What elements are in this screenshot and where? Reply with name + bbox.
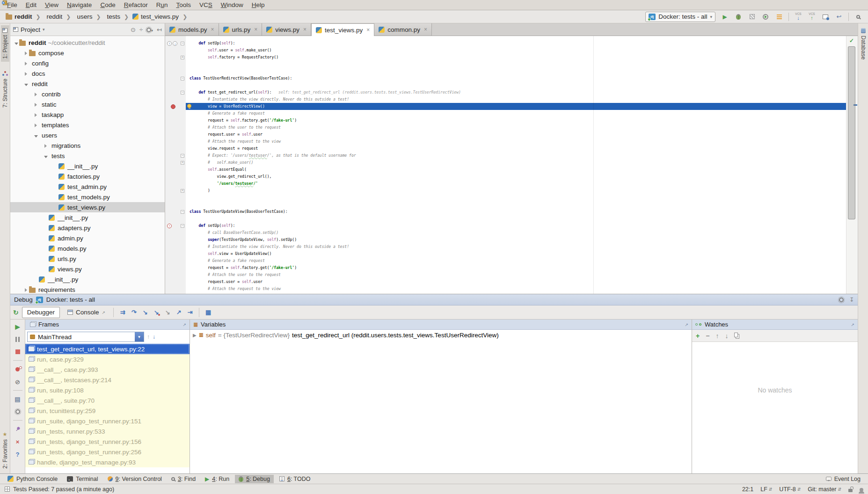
menu-edit[interactable]: Edit <box>22 1 41 8</box>
fold-marker-icon[interactable]: − <box>181 154 184 158</box>
chevron-down-icon[interactable] <box>33 132 39 139</box>
menu-run[interactable]: Run <box>152 1 172 8</box>
tab-views-py[interactable]: views.py× <box>262 23 311 36</box>
tree-item-config[interactable]: config <box>10 58 165 68</box>
chevron-right-icon[interactable] <box>23 50 29 57</box>
status-line-separator[interactable]: LF⇵ <box>760 486 772 493</box>
stack-frame[interactable]: run_tests, django_test_runner.py:156 <box>25 436 190 447</box>
stack-frame[interactable]: run, tcunittest.py:259 <box>25 406 190 416</box>
tree-item-users[interactable]: users <box>10 130 165 140</box>
step-over-icon[interactable]: ↷ <box>128 307 139 318</box>
menu-tools[interactable]: Tools <box>172 1 195 8</box>
chevron-right-icon[interactable] <box>33 122 39 129</box>
tool-stripe-1-project[interactable]: 1: Project <box>1 25 9 62</box>
stack-frame[interactable]: run, case.py:329 <box>25 354 190 364</box>
step-into-my-code-icon[interactable]: ↘ <box>151 307 162 318</box>
breadcrumb-reddit[interactable]: reddit <box>5 13 33 21</box>
chevron-right-icon[interactable] <box>23 70 29 77</box>
menu-vcs[interactable]: VCS <box>195 1 217 8</box>
tree-item-templates[interactable]: templates <box>10 120 165 130</box>
run-to-cursor-icon[interactable]: ⇥ <box>184 307 196 318</box>
tree-item-test-admin-py[interactable]: test_admin.py <box>10 182 165 192</box>
stack-frame[interactable]: run_suite, django_test_runner.py:151 <box>25 416 190 426</box>
pause-icon[interactable] <box>13 335 23 343</box>
search-everywhere-button[interactable] <box>853 12 863 22</box>
menu-help[interactable]: Help <box>248 1 269 8</box>
copy-icon[interactable] <box>734 333 738 337</box>
readonly-lock-icon[interactable] <box>848 486 853 493</box>
locate-icon[interactable]: ⊙ <box>131 26 136 33</box>
menu-refactor[interactable]: Refactor <box>120 1 152 8</box>
tree-item-taskapp[interactable]: taskapp <box>10 109 165 120</box>
tree-item-requirements[interactable]: requirements <box>10 284 165 294</box>
chevron-down-icon[interactable] <box>23 80 29 87</box>
stack-frame[interactable]: __call__, suite.py:70 <box>25 395 190 406</box>
breadcrumb-tests[interactable]: tests <box>104 13 122 21</box>
tree-item-contrib[interactable]: contrib <box>10 89 165 99</box>
tree-item-migrations[interactable]: migrations <box>10 140 165 151</box>
settings-icon[interactable] <box>13 407 23 416</box>
project-tree[interactable]: reddit ~/cookiecutter/redditcomposeconfi… <box>10 36 165 294</box>
toolwindow-button-5-debug[interactable]: 5: Debug <box>235 475 274 483</box>
chevron-right-icon[interactable] <box>33 91 39 98</box>
tree-item-init-py[interactable]: __init__.py <box>10 274 165 284</box>
fold-marker-icon[interactable]: − <box>181 42 184 45</box>
fold-marker-icon[interactable]: ˄ <box>181 189 184 193</box>
breadcrumb-reddit[interactable]: reddit <box>44 13 64 21</box>
stack-frame[interactable]: test_get_redirect_url, test_views.py:22 <box>25 344 190 354</box>
step-out-icon[interactable]: ↗ <box>173 307 184 318</box>
code-pane[interactable]: ↑↓− def setUp(self): self.user = self.ma… <box>165 40 846 294</box>
tree-item-admin-py[interactable]: admin.py <box>10 233 165 243</box>
show-execution-point-icon[interactable]: ⇉ <box>117 307 128 318</box>
tree-item-init-py[interactable]: __init__.py <box>10 161 165 171</box>
overrides-marker-icon[interactable]: ↑ <box>167 224 172 228</box>
fold-marker-icon[interactable]: ˄ <box>181 161 184 165</box>
tree-item-reddit[interactable]: reddit <box>10 79 165 89</box>
fold-marker-icon[interactable]: − <box>181 77 184 80</box>
vcs-update-button[interactable]: VCS↓ <box>793 12 803 22</box>
vcs-history-button[interactable] <box>820 12 831 22</box>
status-git-branch[interactable]: Git: master⇵ <box>808 486 841 493</box>
stack-frame[interactable]: run, suite.py:108 <box>25 385 190 395</box>
evaluate-expression-icon[interactable]: ▦ <box>203 307 214 318</box>
toolwindow-button-3-find[interactable]: 3: Find <box>168 475 199 483</box>
gear-icon[interactable]: ▾ <box>146 26 153 33</box>
thread-selector[interactable]: MainThread ▼ <box>27 332 144 342</box>
tab-models-py[interactable]: models.py× <box>165 23 219 36</box>
tool-stripe-2-favorites[interactable]: ★2: Favorites <box>1 429 9 472</box>
fold-marker-icon[interactable]: − <box>181 224 184 228</box>
project-view-select[interactable]: Project ▾ <box>13 26 45 33</box>
chevron-right-icon[interactable] <box>43 142 49 149</box>
rerun-icon[interactable]: ↻ <box>13 309 19 316</box>
pin-icon[interactable] <box>13 425 23 433</box>
tab-test-views-py[interactable]: test_views.py× <box>311 23 374 36</box>
stack-frame[interactable]: run_tests, django_test_runner.py:256 <box>25 447 190 457</box>
undo-button[interactable]: ↩ <box>834 12 844 22</box>
chevron-right-icon[interactable] <box>23 60 29 67</box>
tree-item-adapters-py[interactable]: adapters.py <box>10 223 165 233</box>
toolwindow-button-event-log[interactable]: Event Log <box>822 475 864 483</box>
status-encoding[interactable]: UTF-8⇵ <box>779 486 801 493</box>
frame-up-icon[interactable]: ↑ <box>147 334 150 340</box>
tree-item-static[interactable]: static <box>10 99 165 109</box>
help-icon[interactable]: ? <box>13 450 23 458</box>
combo-dropdown-button[interactable]: ▼ <box>135 332 144 341</box>
profile-button[interactable] <box>760 12 771 22</box>
run-configuration-select[interactable]: dj Docker: tests - all ▾ <box>645 12 715 22</box>
run-configuration-list-button[interactable] <box>774 12 784 22</box>
tree-item-init-py[interactable]: __init__.py <box>10 212 165 223</box>
toolwindow-button-python-console[interactable]: Python Console <box>4 475 61 483</box>
float-panel-icon[interactable]: ↗ <box>851 322 854 327</box>
hide-panel-icon[interactable]: ↧ <box>849 297 854 303</box>
hector-inspector-icon[interactable] <box>860 486 863 493</box>
breadcrumb-users[interactable]: users <box>73 13 93 21</box>
tree-item-tests[interactable]: tests <box>10 151 165 161</box>
add-watch-icon[interactable]: + <box>696 332 700 340</box>
toolwindow-button-4-run[interactable]: ▶4: Run <box>201 475 233 483</box>
close-tab-icon[interactable]: × <box>211 26 214 33</box>
tree-item-factories-py[interactable]: factories.py <box>10 171 165 182</box>
close-tab-icon[interactable]: × <box>366 27 370 33</box>
tree-item-models-py[interactable]: models.py <box>10 243 165 254</box>
close-tab-icon[interactable]: × <box>303 26 306 33</box>
chevron-right-icon[interactable] <box>33 111 39 118</box>
